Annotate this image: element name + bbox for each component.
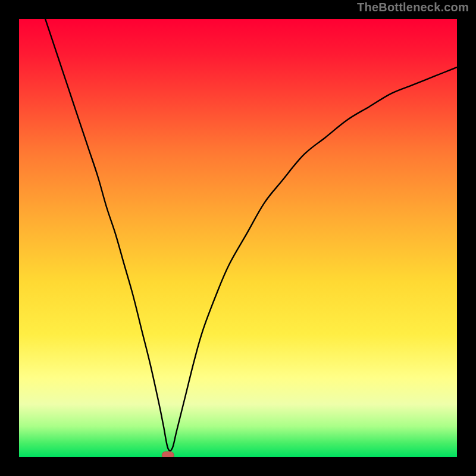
outer-frame: TheBottleneck.com	[0, 0, 476, 476]
plot-area	[19, 19, 457, 457]
bottleneck-curve-svg	[19, 19, 457, 457]
watermark-text: TheBottleneck.com	[357, 1, 469, 14]
bottleneck-curve-path	[45, 19, 457, 451]
minimum-marker	[162, 452, 174, 457]
